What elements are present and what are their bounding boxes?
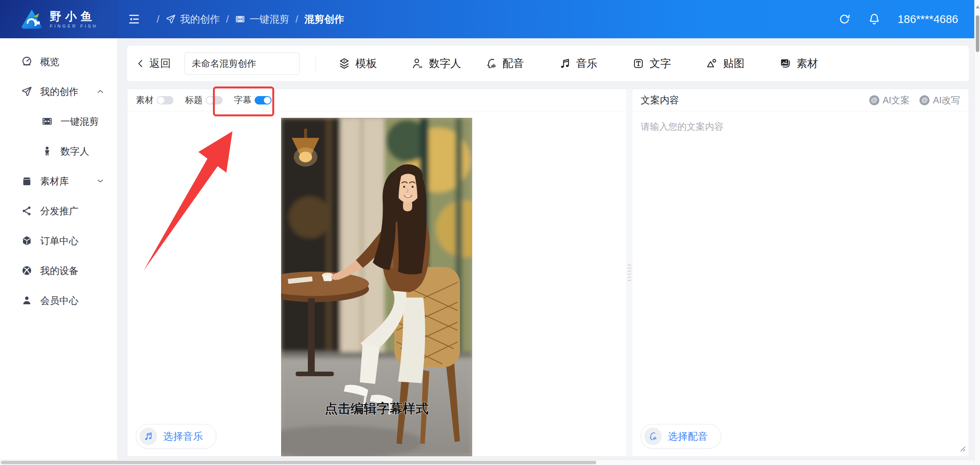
- subtitle-overlay[interactable]: 点击编辑字幕样式: [325, 401, 429, 416]
- video-frame: 点击编辑字幕样式: [281, 118, 472, 456]
- choose-music-label: 选择音乐: [163, 430, 203, 443]
- chevron-down-icon[interactable]: [96, 176, 105, 186]
- splitter-grip-icon: [628, 264, 631, 281]
- toggle-material-switch[interactable]: [157, 96, 173, 104]
- sidebar-item-label: 一键混剪: [61, 115, 99, 128]
- toggle-title-label: 标题: [185, 94, 203, 106]
- choose-voice-label: 选择配音: [668, 430, 708, 443]
- refresh-icon[interactable]: [838, 13, 851, 26]
- tool-label: 素材: [797, 56, 818, 71]
- app-logo[interactable]: 野小鱼 FINGER FISH: [0, 0, 118, 38]
- toggle-material[interactable]: 素材: [136, 94, 173, 106]
- share-icon: [21, 205, 33, 217]
- ai-rewrite-button[interactable]: @ AI改写: [919, 94, 960, 106]
- chevron-up-icon[interactable]: [96, 87, 105, 96]
- horizontal-scrollbar: [0, 460, 974, 465]
- gauge-icon: [21, 56, 33, 67]
- tool-template[interactable]: 模板: [338, 56, 412, 71]
- person-icon: [41, 145, 53, 157]
- paper-plane-icon: [21, 86, 33, 97]
- music-icon: [559, 57, 571, 70]
- sidebar-item-label: 订单中心: [40, 235, 79, 247]
- tool-label: 文字: [650, 56, 671, 71]
- collapse-sidebar-icon[interactable]: [128, 13, 141, 26]
- layer-toggles-bar: 素材 标题 字幕: [128, 89, 627, 111]
- sidebar-item-my-devices[interactable]: 我的设备: [0, 256, 117, 286]
- sidebar-item-material-library[interactable]: 素材库: [0, 166, 117, 196]
- sidebar-item-digital-human[interactable]: 数字人: [0, 136, 117, 166]
- sidebar-item-one-click-remix[interactable]: 一键混剪: [0, 106, 117, 136]
- ai-at-icon: @: [869, 95, 879, 105]
- copy-panel-title: 文案内容: [641, 94, 679, 106]
- sidebar-item-my-creations[interactable]: 我的创作: [0, 77, 117, 106]
- ai-at-icon: @: [919, 95, 929, 105]
- film-icon: [235, 14, 245, 24]
- choose-voice-button[interactable]: 选择配音: [641, 424, 721, 449]
- toggle-subtitle-label: 字幕: [234, 94, 252, 106]
- tool-label: 模板: [355, 56, 377, 71]
- video-preview[interactable]: 点击编辑字幕样式: [281, 118, 472, 456]
- notifications-bell-icon[interactable]: [868, 13, 881, 26]
- top-bar: 野小鱼 FINGER FISH / 我的创作 /: [0, 0, 974, 38]
- toggle-subtitle-switch[interactable]: [255, 96, 272, 104]
- sidebar-item-label: 我的设备: [40, 264, 79, 277]
- textarea-resize-grip[interactable]: [957, 443, 967, 454]
- editor-toolbar: 返回 模板 AI 数字人 配音: [127, 46, 969, 81]
- sidebar-item-order-center[interactable]: 订单中心: [0, 226, 117, 256]
- copy-content-textarea[interactable]: [632, 111, 969, 456]
- panel-splitter[interactable]: [627, 89, 632, 457]
- chevron-left-icon: [136, 59, 146, 69]
- sidebar-item-label: 概览: [40, 55, 59, 68]
- tool-label: 数字人: [429, 56, 461, 71]
- vertical-scrollbar: [974, 0, 980, 465]
- toggle-subtitle[interactable]: 字幕: [234, 94, 272, 106]
- text-icon: [632, 57, 645, 70]
- tool-label: 配音: [502, 56, 524, 71]
- account-phone-number[interactable]: 186****4686: [898, 13, 958, 26]
- project-name-input[interactable]: [185, 52, 299, 75]
- vertical-scrollbar-thumb[interactable]: [976, 15, 979, 52]
- tool-label: 音乐: [576, 56, 597, 71]
- tool-material[interactable]: 素材: [779, 56, 853, 71]
- toggle-material-label: 素材: [136, 94, 154, 106]
- film-icon: [41, 116, 53, 127]
- tool-label: 贴图: [723, 56, 744, 71]
- toggle-title-switch[interactable]: [206, 96, 223, 104]
- copy-panel: 文案内容 @ AI文案 @ AI改写 选择配音: [632, 89, 969, 457]
- sidebar-item-label: 会员中心: [40, 294, 79, 307]
- sidebar-item-label: 素材库: [40, 175, 69, 188]
- toolbar-divider: [316, 55, 316, 72]
- back-button[interactable]: 返回: [136, 56, 171, 71]
- sidebar-item-distribution[interactable]: 分发推广: [0, 196, 117, 226]
- breadcrumb-one-click-remix[interactable]: 一键混剪: [235, 13, 289, 26]
- cube-icon: [21, 235, 33, 246]
- horizontal-scrollbar-thumb[interactable]: [1, 461, 596, 464]
- dubbing-icon: [485, 57, 497, 70]
- member-icon: [21, 295, 33, 306]
- ai-copywriting-button[interactable]: @ AI文案: [869, 94, 910, 106]
- breadcrumb-my-creations[interactable]: 我的创作: [165, 13, 220, 26]
- sidebar-item-label: 数字人: [61, 145, 89, 158]
- tool-text[interactable]: 文字: [632, 56, 706, 71]
- voice-dubbing-icon: [644, 427, 662, 445]
- tool-sticker[interactable]: 贴图: [706, 56, 779, 71]
- breadcrumb-current-page: 混剪创作: [304, 13, 344, 26]
- sidebar-item-overview[interactable]: 概览: [0, 47, 117, 77]
- ai-actions: @ AI文案 @ AI改写: [869, 94, 960, 106]
- svg-text:AI: AI: [419, 65, 422, 69]
- paper-plane-icon: [165, 14, 176, 24]
- fish-triangle-logo-icon: [20, 7, 44, 31]
- choose-music-button[interactable]: 选择音乐: [136, 424, 216, 449]
- sidebar-item-label: 分发推广: [40, 205, 79, 217]
- tool-dubbing[interactable]: 配音: [485, 56, 559, 71]
- music-note-icon: [139, 427, 157, 445]
- topbar-actions: 186****4686: [838, 13, 958, 26]
- device-icon: [21, 265, 33, 276]
- library-icon: [21, 175, 33, 187]
- sidebar-item-member-center[interactable]: 会员中心: [0, 286, 117, 315]
- tool-music[interactable]: 音乐: [559, 56, 632, 71]
- back-button-label: 返回: [149, 56, 171, 71]
- tool-digital-human[interactable]: AI 数字人: [412, 56, 485, 71]
- toggle-title[interactable]: 标题: [185, 94, 223, 106]
- scroll-up-arrow[interactable]: [976, 5, 980, 8]
